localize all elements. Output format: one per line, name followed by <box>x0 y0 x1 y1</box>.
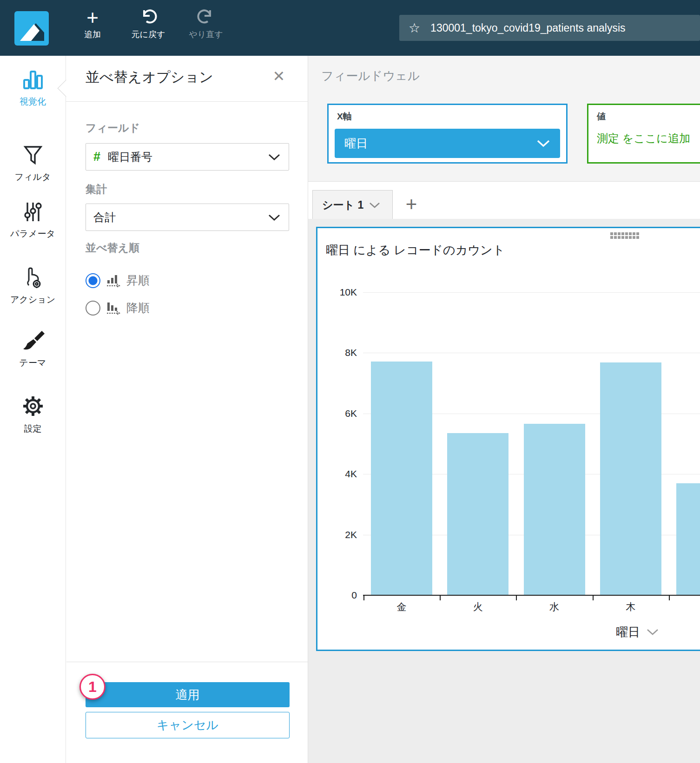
x-axis-well-label: X軸 <box>337 111 352 123</box>
sliders-icon <box>22 201 44 223</box>
sidebar-item-label: 視覚化 <box>0 96 66 108</box>
sheet-tab-strip: シート 1 + <box>308 181 700 219</box>
undo-button[interactable]: 元に戻す <box>120 0 176 56</box>
y-axis-tick-label: 0 <box>324 590 357 601</box>
field-label: フィールド <box>86 121 140 135</box>
aggregation-select-value: 合計 <box>93 210 116 225</box>
aggregation-label: 集計 <box>86 182 107 197</box>
chevron-down-icon <box>537 140 550 147</box>
action-hand-gear-icon <box>21 266 45 289</box>
sidebar-item-settings[interactable]: 設定 <box>0 394 66 435</box>
sidebar-item-label: 設定 <box>0 423 66 435</box>
redo-icon <box>196 0 216 27</box>
chart-bar <box>371 362 432 595</box>
sort-options-panel: 並べ替えオプション ✕ フィールド # 曜日番号 集計 合計 並べ替え順 昇順 <box>66 56 308 763</box>
analysis-title-bar[interactable]: ☆ 130001_tokyo_covid19_patients analysis <box>399 15 700 41</box>
chart-plot: 02K4K6K8K10K金火水木 <box>317 228 700 650</box>
left-icon-rail: 視覚化 フィルタ パラメータ <box>0 56 66 763</box>
sidebar-item-label: パラメータ <box>0 228 66 240</box>
value-field-well[interactable]: 値 測定 をここに追加 <box>587 104 700 164</box>
x-axis-category-label: 火 <box>473 600 483 613</box>
value-well-placeholder: 測定 をここに追加 <box>597 131 690 146</box>
sidebar-item-label: アクション <box>0 294 66 306</box>
plus-icon: + <box>86 0 99 27</box>
sidebar-item-label: テーマ <box>0 357 66 369</box>
x-axis-tick <box>669 595 670 600</box>
x-axis-tick <box>593 595 594 600</box>
filter-icon <box>22 144 44 166</box>
number-field-icon: # <box>93 150 100 164</box>
x-axis-tick <box>440 595 441 600</box>
apply-button[interactable]: 適用 <box>86 682 290 707</box>
cancel-button[interactable]: キャンセル <box>86 712 290 738</box>
bar-chart-visual[interactable]: 曜日 による レコードのカウント 02K4K6K8K10K金火水木 曜日 <box>316 227 700 651</box>
sidebar-item-filter[interactable]: フィルタ <box>0 144 66 183</box>
sheet-tab-label: シート 1 <box>322 198 363 212</box>
redo-button[interactable]: やり直す <box>178 0 234 56</box>
gear-icon <box>21 394 45 418</box>
chart-bar <box>524 424 585 595</box>
radio-unselected-icon[interactable] <box>86 301 100 316</box>
sort-order-label: 並べ替え順 <box>86 241 139 255</box>
value-well-label: 値 <box>597 111 606 123</box>
radio-selected-icon[interactable] <box>86 273 100 288</box>
field-wells-title: フィールドウェル <box>321 68 420 84</box>
x-axis-field-well[interactable]: X軸 曜日 <box>327 104 568 164</box>
y-axis-tick-label: 10K <box>324 287 357 298</box>
chevron-down-icon <box>647 629 659 636</box>
sort-ascending-icon <box>106 274 122 287</box>
sheet-tab[interactable]: シート 1 <box>312 190 393 220</box>
chart-bar <box>676 483 700 595</box>
plus-icon: + <box>406 193 417 216</box>
step-1-annotation-badge: 1 <box>79 674 106 700</box>
ascending-label: 昇順 <box>126 273 150 288</box>
x-axis-tick <box>363 595 364 600</box>
x-axis-tick <box>516 595 517 600</box>
sort-descending-icon <box>106 302 122 315</box>
sort-descending-option[interactable]: 降順 <box>86 300 150 316</box>
field-select-value: 曜日番号 <box>108 150 152 164</box>
x-axis-category-label: 水 <box>549 600 559 613</box>
brush-icon <box>21 329 45 352</box>
x-axis-category-label: 木 <box>626 600 635 613</box>
add-button[interactable]: + 追加 <box>70 0 115 56</box>
x-axis-category-label: 金 <box>397 600 407 613</box>
panel-footer-divider <box>66 662 308 662</box>
y-axis-tick-label: 2K <box>324 529 357 540</box>
cancel-label: キャンセル <box>157 717 218 733</box>
sidebar-item-themes[interactable]: テーマ <box>0 329 66 369</box>
redo-label: やり直す <box>189 29 223 40</box>
analysis-title: 130001_tokyo_covid19_patients analysis <box>430 22 625 34</box>
add-sheet-button[interactable]: + <box>401 191 422 218</box>
y-axis-tick-label: 8K <box>324 347 357 358</box>
y-axis-tick-label: 4K <box>324 468 357 480</box>
sort-ascending-option[interactable]: 昇順 <box>86 273 150 288</box>
chart-bar <box>600 362 661 595</box>
x-axis-line <box>363 595 700 596</box>
chevron-down-icon <box>268 214 280 221</box>
gridline <box>363 353 700 353</box>
close-icon[interactable]: ✕ <box>269 66 289 86</box>
star-icon[interactable]: ☆ <box>409 20 420 36</box>
aggregation-select[interactable]: 合計 <box>86 204 289 231</box>
chart-bar <box>447 433 508 595</box>
chevron-down-icon <box>268 154 280 160</box>
panel-title: 並べ替えオプション <box>86 68 213 87</box>
x-axis-title[interactable]: 曜日 <box>616 624 659 640</box>
sidebar-item-visualize[interactable]: 視覚化 <box>0 69 66 108</box>
sidebar-item-parameters[interactable]: パラメータ <box>0 201 66 240</box>
x-axis-field-pill[interactable]: 曜日 <box>335 129 560 158</box>
panel-divider <box>66 101 309 102</box>
undo-icon <box>139 0 158 27</box>
sidebar-item-actions[interactable]: アクション <box>0 266 66 306</box>
quicksight-logo-icon[interactable] <box>14 11 49 46</box>
gridline <box>363 292 700 293</box>
undo-label: 元に戻す <box>132 29 165 40</box>
top-bar: + 追加 元に戻す やり直す ☆ 130001_tokyo_covid19_pa… <box>0 0 700 56</box>
descending-label: 降順 <box>126 300 150 316</box>
field-select[interactable]: # 曜日番号 <box>86 143 289 171</box>
chevron-down-icon <box>369 202 380 208</box>
add-label: 追加 <box>84 29 101 40</box>
apply-label: 適用 <box>176 687 200 703</box>
sidebar-item-label: フィルタ <box>0 171 66 183</box>
